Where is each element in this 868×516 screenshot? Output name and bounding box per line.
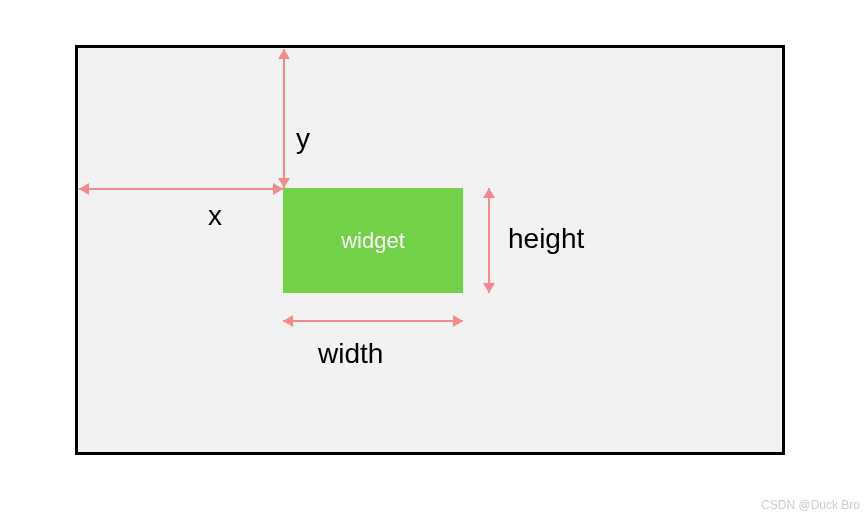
watermark-text: CSDN @Duck Bro — [761, 498, 860, 512]
x-dimension-arrow — [79, 188, 283, 190]
x-label: x — [208, 200, 222, 232]
height-arrowhead-top — [483, 188, 495, 198]
y-dimension-arrow — [283, 49, 285, 188]
height-label: height — [508, 223, 584, 255]
height-dimension-arrow — [488, 188, 490, 293]
width-arrowhead-right — [453, 315, 463, 327]
y-arrowhead-top — [278, 49, 290, 59]
width-dimension-arrow — [283, 320, 463, 322]
widget-label: widget — [341, 228, 405, 254]
parent-container: widget y x width height — [75, 45, 785, 455]
x-arrowhead-right — [273, 183, 283, 195]
x-arrowhead-left — [79, 183, 89, 195]
widget-box: widget — [283, 188, 463, 293]
width-label: width — [318, 338, 383, 370]
y-label: y — [296, 123, 310, 155]
height-arrowhead-bottom — [483, 283, 495, 293]
width-arrowhead-left — [283, 315, 293, 327]
